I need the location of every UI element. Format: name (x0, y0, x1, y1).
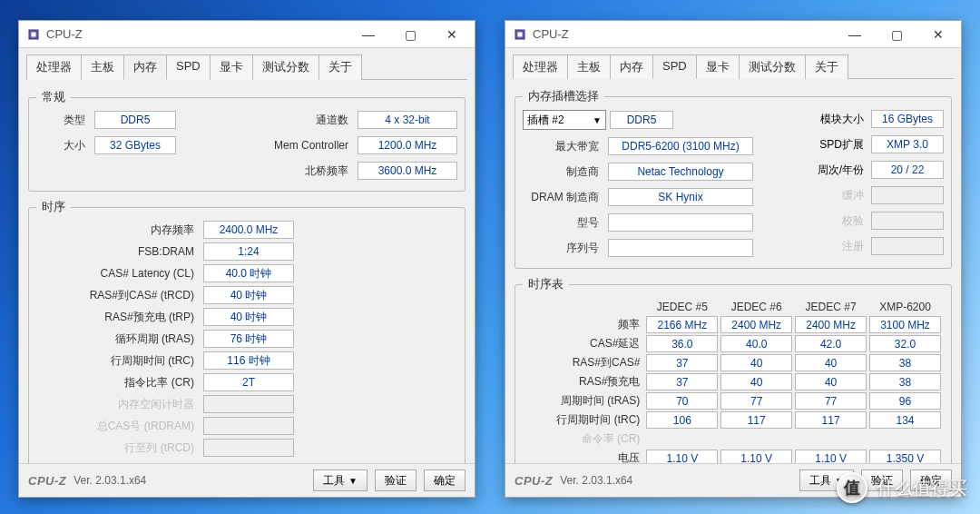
table-cell: 40 (720, 354, 792, 371)
label-memctrl: Mem Controller (254, 139, 354, 152)
tab-spd[interactable]: SPD (166, 54, 211, 80)
svg-rect-1 (32, 32, 36, 36)
table-cell: 2400 MHz (720, 316, 792, 333)
tools-button[interactable]: 工具▼ (313, 470, 368, 491)
cpu-z-window-memory: CPU-Z — ▢ ✕ 处理器 主板 内存 SPD 显卡 测试分数 关于 常规 … (18, 20, 475, 498)
table-cell (720, 430, 792, 448)
tab-mainboard[interactable]: 主板 (567, 54, 611, 79)
footer: CPU-Z Ver. 2.03.1.x64 工具▼ 验证 确定 (19, 463, 475, 497)
tab-memory[interactable]: 内存 (123, 54, 167, 80)
tab-bench[interactable]: 测试分数 (739, 54, 806, 79)
tab-cpu[interactable]: 处理器 (513, 54, 568, 79)
table-cell: 37 (646, 354, 718, 371)
value-buffered (871, 186, 944, 204)
table-row-label: 行周期时间 (tRC) (525, 411, 643, 429)
tab-graphics[interactable]: 显卡 (210, 54, 253, 80)
table-cell (646, 430, 718, 448)
timing-label: 内存空闲计时器 (36, 397, 200, 412)
value-reg (871, 237, 944, 255)
watermark-badge-icon: 值 (837, 472, 867, 503)
table-cell: 42.0 (795, 335, 867, 352)
table-cell: 77 (720, 392, 792, 410)
group-timing-table: 时序表 JEDEC #5JEDEC #6JEDEC #7XMP-6200频率21… (514, 276, 952, 463)
timing-value: 40 时钟 (203, 286, 294, 304)
timing-value (203, 439, 294, 457)
value-sn (608, 239, 753, 257)
table-row-label: 频率 (525, 316, 643, 333)
label-module-size: 模块大小 (813, 112, 867, 127)
tab-bench[interactable]: 测试分数 (252, 54, 319, 80)
table-cell: 1.10 V (646, 450, 718, 463)
maximize-button[interactable]: ▢ (876, 22, 917, 47)
tab-memory[interactable]: 内存 (610, 54, 653, 79)
label-size: 大小 (36, 138, 91, 153)
value-size: 32 GBytes (94, 136, 176, 154)
tab-mainboard[interactable]: 主板 (81, 54, 124, 80)
tab-spd[interactable]: SPD (652, 54, 697, 79)
footer-logo: CPU-Z (28, 474, 66, 488)
timing-label: RAS#预充电 (tRP) (36, 310, 200, 325)
timing-value: 2400.0 MHz (203, 221, 294, 239)
table-cell: 96 (869, 392, 941, 410)
table-cell: 1.350 V (869, 450, 941, 463)
table-row-label: 命令率 (CR) (525, 430, 643, 448)
group-slot-legend: 内存插槽选择 (523, 88, 604, 104)
validate-button[interactable]: 验证 (375, 470, 416, 491)
titlebar[interactable]: CPU-Z — ▢ ✕ (19, 21, 475, 48)
ok-button[interactable]: 确定 (424, 470, 466, 491)
minimize-button[interactable]: — (834, 22, 876, 47)
table-cell: 37 (646, 373, 718, 390)
value-slot-type: DDR5 (610, 111, 673, 129)
label-spd-ext: SPD扩展 (813, 137, 867, 153)
tab-about[interactable]: 关于 (318, 54, 362, 80)
timing-label: RAS#到CAS# (tRCD) (36, 288, 200, 303)
group-slot-select: 内存插槽选择 插槽 #2▼ DDR5 最大带宽DDR5-6200 (3100 M… (514, 88, 952, 269)
timing-value: 40.0 时钟 (203, 264, 294, 282)
table-cell (869, 430, 941, 448)
chevron-down-icon: ▼ (593, 115, 602, 125)
titlebar[interactable]: CPU-Z — ▢ ✕ (505, 21, 961, 48)
table-cell: 134 (869, 411, 941, 429)
minimize-button[interactable]: — (348, 22, 389, 47)
value-mfr: Netac Technology (608, 163, 753, 181)
value-dram: SK Hynix (608, 188, 753, 206)
watermark-text: 什么值得买 (877, 476, 967, 500)
spd-timing-table: JEDEC #5JEDEC #6JEDEC #7XMP-6200频率2166 M… (523, 298, 944, 463)
group-general-legend: 常规 (36, 89, 71, 105)
window-title: CPU-Z (533, 27, 569, 41)
cpu-z-window-spd: CPU-Z — ▢ ✕ 处理器 主板 内存 SPD 显卡 测试分数 关于 内存插… (505, 20, 962, 498)
table-cell: 70 (646, 392, 718, 410)
close-button[interactable]: ✕ (917, 22, 959, 47)
value-week-year: 20 / 22 (871, 161, 944, 179)
label-buffered: 缓冲 (813, 188, 867, 203)
timing-value: 116 时钟 (203, 351, 294, 370)
slot-select[interactable]: 插槽 #2▼ (523, 110, 606, 130)
table-cell: 106 (646, 411, 718, 429)
maximize-button[interactable]: ▢ (389, 22, 431, 47)
table-cell: 38 (869, 373, 941, 390)
app-icon (26, 27, 41, 42)
value-type: DDR5 (94, 111, 176, 129)
tab-cpu[interactable]: 处理器 (26, 54, 82, 80)
table-row-label: RAS#预充电 (525, 373, 643, 390)
tab-graphics[interactable]: 显卡 (696, 54, 740, 79)
app-icon (513, 27, 527, 42)
timing-label: 内存频率 (36, 222, 200, 238)
value-bw: DDR5-6200 (3100 MHz) (608, 137, 753, 155)
table-cell: 40 (795, 373, 867, 390)
label-type: 类型 (36, 113, 91, 128)
close-button[interactable]: ✕ (431, 22, 473, 47)
timing-label: 总CAS号 (tRDRAM) (36, 419, 200, 434)
timing-label: 行至列 (tRCD) (36, 440, 200, 456)
tab-about[interactable]: 关于 (805, 54, 848, 79)
value-spd-ext: XMP 3.0 (871, 135, 944, 153)
value-memctrl: 1200.0 MHz (358, 136, 457, 154)
table-row-label: 周期时间 (tRAS) (525, 392, 643, 410)
timing-label: CAS# Latency (CL) (36, 267, 200, 280)
label-channels: 通道数 (254, 113, 354, 128)
group-timings: 时序 内存频率2400.0 MHzFSB:DRAM1:24CAS# Latenc… (28, 199, 466, 463)
label-nb: 北桥频率 (254, 163, 354, 179)
table-row-label: CAS#延迟 (525, 335, 643, 352)
window-title: CPU-Z (46, 27, 83, 41)
value-nb: 3600.0 MHz (358, 162, 457, 180)
